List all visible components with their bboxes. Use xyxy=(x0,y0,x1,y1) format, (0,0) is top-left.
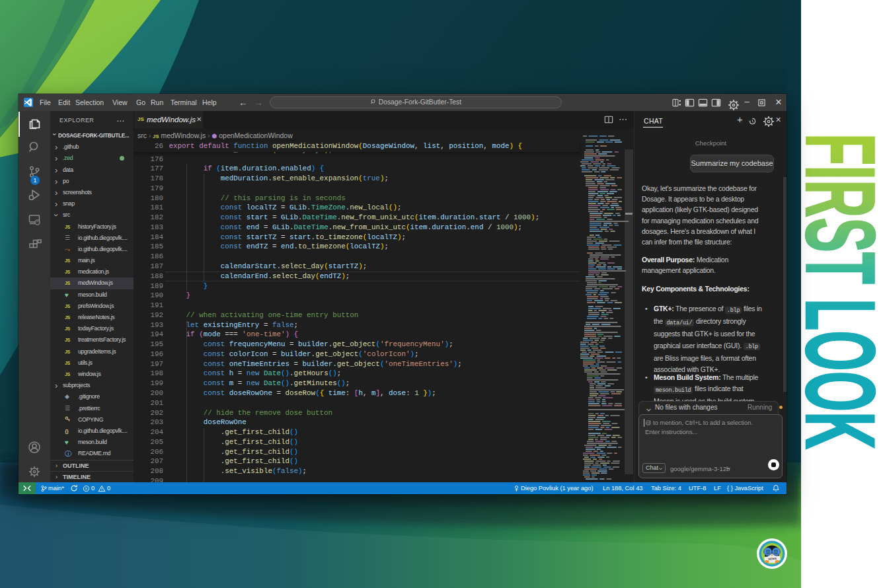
svg-text:NEWS: NEWS xyxy=(768,557,777,561)
svg-text:FIRST LOOK: FIRST LOOK xyxy=(786,133,883,449)
